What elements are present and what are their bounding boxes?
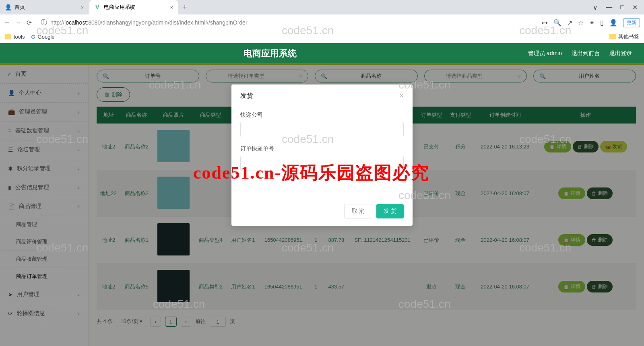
profile-icon[interactable]: 👤 [609,19,617,27]
close-icon[interactable]: × [399,92,404,100]
modal-body: 快递公司 订单快递单号 [231,107,413,199]
panel-icon[interactable]: ▯ [600,19,604,27]
back-icon[interactable]: ← [4,19,10,26]
close-icon[interactable]: × [170,4,173,10]
browser-tab-0[interactable]: 👤 首页 × [0,0,89,14]
window-controls: ∨ — □ ✕ [586,4,644,11]
bookmarks-bar: tools G Google 其他书签 [0,31,644,43]
folder-icon [609,34,616,39]
favicon-icon: V [94,4,101,10]
exit-front-link[interactable]: 退出到前台 [572,50,600,57]
browser-chrome: 👤 首页 × V 电商应用系统 × + ∨ — □ ✕ ← → ⟳ ⓘ http… [0,0,644,43]
url-text: http://localhost:8080/dianshangyingyong/… [50,19,248,26]
dropdown-icon[interactable]: ∨ [593,4,598,11]
logout-link[interactable]: 退出登录 [609,50,632,57]
express-company-label: 快递公司 [240,111,404,119]
modal-footer: 取 消 发 货 [231,199,413,226]
info-icon: ⓘ [41,19,47,27]
bookmark-google[interactable]: G Google [31,34,54,40]
modal-title: 发货 [240,92,253,100]
favicon-icon: 👤 [5,4,11,10]
cancel-button[interactable]: 取 消 [344,204,372,218]
extension-icon[interactable]: ✦ [589,19,594,27]
minimize-icon[interactable]: — [606,4,612,11]
search-icon[interactable]: 🔍 [553,19,561,27]
folder-icon [5,34,11,39]
update-button[interactable]: 更新 [623,18,640,27]
tab-title: 首页 [14,4,25,11]
tab-title: 电商应用系统 [104,4,135,11]
express-company-input[interactable] [240,122,404,137]
modal-header: 发货 × [231,84,413,107]
modal-overlay: 发货 × 快递公司 订单快递单号 取 消 发 货 [0,64,644,346]
user-label: 管理员 admin [528,50,562,57]
share-icon[interactable]: ↗ [567,19,572,27]
app-header: 电商应用系统 管理员 admin 退出到前台 退出登录 [0,43,644,65]
reload-icon[interactable]: ⟳ [27,19,32,27]
new-tab-button[interactable]: + [179,3,191,12]
maximize-icon[interactable]: □ [620,4,624,11]
google-icon: G [31,34,35,40]
other-bookmarks[interactable]: 其他书签 [609,33,639,40]
ship-modal: 发货 × 快递公司 订单快递单号 取 消 发 货 [231,84,413,226]
tracking-label: 订单快递单号 [240,145,404,152]
tab-bar: 👤 首页 × V 电商应用系统 × + ∨ — □ ✕ [0,0,644,14]
confirm-ship-button[interactable]: 发 货 [376,204,404,218]
nav-bar: ← → ⟳ ⓘ http://localhost:8080/dianshangy… [0,14,644,31]
bookmark-tools[interactable]: tools [5,34,25,40]
tracking-input[interactable] [240,156,404,171]
app-title: 电商应用系统 [12,47,528,60]
key-icon[interactable]: ⊶ [541,19,548,27]
forward-icon[interactable]: → [15,19,22,26]
close-window-icon[interactable]: ✕ [632,4,638,11]
nav-right: ⊶ 🔍 ↗ ☆ ✦ ▯ 👤 更新 [541,18,640,27]
browser-tab-1[interactable]: V 电商应用系统 × [89,0,178,14]
star-icon[interactable]: ☆ [578,19,584,27]
header-right: 管理员 admin 退出到前台 退出登录 [528,50,632,57]
url-bar[interactable]: ⓘ http://localhost:8080/dianshangyingyon… [37,16,537,29]
close-icon[interactable]: × [80,4,84,10]
